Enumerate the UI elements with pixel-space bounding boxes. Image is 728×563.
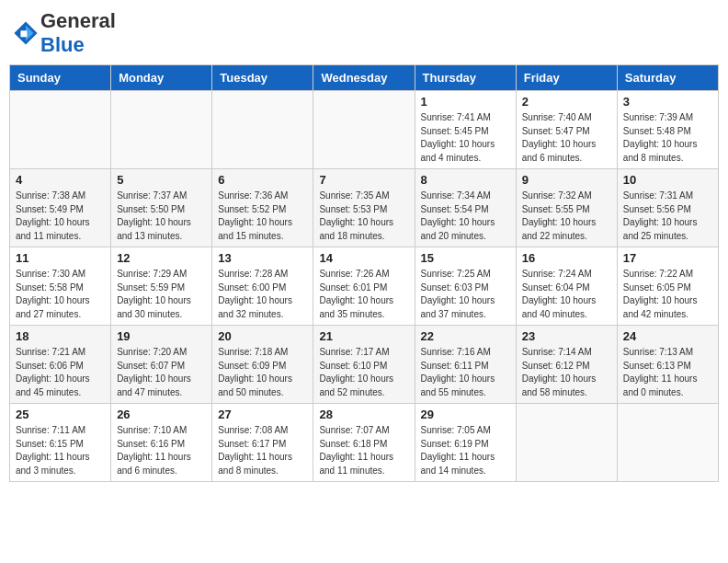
calendar-day-cell: 10Sunrise: 7:31 AM Sunset: 5:56 PM Dayli… [617, 169, 718, 247]
day-number: 11 [16, 251, 105, 265]
calendar-day-cell: 8Sunrise: 7:34 AM Sunset: 5:54 PM Daylig… [415, 169, 516, 247]
day-info: Sunrise: 7:29 AM Sunset: 5:59 PM Dayligh… [117, 268, 206, 321]
day-number: 24 [623, 329, 712, 343]
day-number: 23 [522, 329, 611, 343]
day-info: Sunrise: 7:34 AM Sunset: 5:54 PM Dayligh… [421, 190, 510, 243]
calendar-day-cell: 18Sunrise: 7:21 AM Sunset: 6:06 PM Dayli… [10, 326, 111, 404]
calendar-empty-cell [516, 404, 617, 482]
day-number: 14 [319, 251, 408, 265]
calendar-day-cell: 19Sunrise: 7:20 AM Sunset: 6:07 PM Dayli… [111, 326, 212, 404]
column-header-friday: Friday [516, 65, 617, 91]
column-header-tuesday: Tuesday [212, 65, 313, 91]
day-info: Sunrise: 7:14 AM Sunset: 6:12 PM Dayligh… [522, 346, 611, 399]
day-number: 2 [522, 95, 611, 109]
column-header-wednesday: Wednesday [313, 65, 415, 91]
day-info: Sunrise: 7:10 AM Sunset: 6:16 PM Dayligh… [117, 424, 206, 477]
day-info: Sunrise: 7:22 AM Sunset: 6:05 PM Dayligh… [623, 268, 712, 321]
calendar-day-cell: 23Sunrise: 7:14 AM Sunset: 6:12 PM Dayli… [516, 326, 617, 404]
column-header-thursday: Thursday [415, 65, 516, 91]
logo: General Blue [13, 9, 116, 57]
svg-rect-2 [20, 30, 27, 37]
day-info: Sunrise: 7:21 AM Sunset: 6:06 PM Dayligh… [16, 346, 105, 399]
calendar-empty-cell [617, 404, 718, 482]
calendar-empty-cell [313, 91, 415, 169]
calendar-empty-cell [10, 91, 111, 169]
day-info: Sunrise: 7:07 AM Sunset: 6:18 PM Dayligh… [319, 424, 408, 477]
day-info: Sunrise: 7:08 AM Sunset: 6:17 PM Dayligh… [218, 424, 307, 477]
calendar-day-cell: 3Sunrise: 7:39 AM Sunset: 5:48 PM Daylig… [617, 91, 718, 169]
calendar-day-cell: 27Sunrise: 7:08 AM Sunset: 6:17 PM Dayli… [212, 404, 313, 482]
day-info: Sunrise: 7:30 AM Sunset: 5:58 PM Dayligh… [16, 268, 105, 321]
calendar-day-cell: 15Sunrise: 7:25 AM Sunset: 6:03 PM Dayli… [415, 247, 516, 326]
calendar-week-row: 4Sunrise: 7:38 AM Sunset: 5:49 PM Daylig… [10, 169, 719, 247]
day-number: 7 [319, 173, 408, 187]
calendar-day-cell: 14Sunrise: 7:26 AM Sunset: 6:01 PM Dayli… [313, 247, 415, 326]
day-number: 5 [117, 173, 206, 187]
day-info: Sunrise: 7:40 AM Sunset: 5:47 PM Dayligh… [522, 111, 611, 165]
column-header-saturday: Saturday [617, 65, 718, 91]
day-info: Sunrise: 7:39 AM Sunset: 5:48 PM Dayligh… [623, 111, 712, 165]
calendar-day-cell: 7Sunrise: 7:35 AM Sunset: 5:53 PM Daylig… [313, 169, 415, 247]
day-info: Sunrise: 7:31 AM Sunset: 5:56 PM Dayligh… [623, 190, 712, 243]
day-info: Sunrise: 7:38 AM Sunset: 5:49 PM Dayligh… [16, 190, 105, 243]
calendar-day-cell: 12Sunrise: 7:29 AM Sunset: 5:59 PM Dayli… [111, 247, 212, 326]
day-number: 26 [117, 408, 206, 421]
day-number: 18 [16, 329, 105, 343]
day-info: Sunrise: 7:24 AM Sunset: 6:04 PM Dayligh… [522, 268, 611, 321]
day-info: Sunrise: 7:13 AM Sunset: 6:13 PM Dayligh… [623, 346, 712, 399]
day-number: 3 [623, 95, 712, 109]
day-number: 6 [218, 173, 307, 187]
calendar-day-cell: 25Sunrise: 7:11 AM Sunset: 6:15 PM Dayli… [10, 404, 111, 482]
page-header: General Blue [9, 9, 719, 57]
calendar-day-cell: 9Sunrise: 7:32 AM Sunset: 5:55 PM Daylig… [516, 169, 617, 247]
calendar-day-cell: 1Sunrise: 7:41 AM Sunset: 5:45 PM Daylig… [415, 91, 516, 169]
calendar-day-cell: 2Sunrise: 7:40 AM Sunset: 5:47 PM Daylig… [516, 91, 617, 169]
calendar-week-row: 25Sunrise: 7:11 AM Sunset: 6:15 PM Dayli… [10, 404, 719, 482]
calendar-day-cell: 16Sunrise: 7:24 AM Sunset: 6:04 PM Dayli… [516, 247, 617, 326]
day-number: 4 [16, 173, 105, 187]
logo-blue-text: Blue [40, 33, 85, 56]
calendar-day-cell: 28Sunrise: 7:07 AM Sunset: 6:18 PM Dayli… [313, 404, 415, 482]
day-number: 20 [218, 329, 307, 343]
logo-icon [13, 20, 39, 46]
column-header-monday: Monday [111, 65, 212, 91]
calendar-week-row: 11Sunrise: 7:30 AM Sunset: 5:58 PM Dayli… [10, 247, 719, 326]
day-info: Sunrise: 7:25 AM Sunset: 6:03 PM Dayligh… [421, 268, 510, 321]
calendar-day-cell: 24Sunrise: 7:13 AM Sunset: 6:13 PM Dayli… [617, 326, 718, 404]
day-number: 9 [522, 173, 611, 187]
day-info: Sunrise: 7:05 AM Sunset: 6:19 PM Dayligh… [421, 424, 510, 477]
day-number: 16 [522, 251, 611, 265]
calendar-day-cell: 22Sunrise: 7:16 AM Sunset: 6:11 PM Dayli… [415, 326, 516, 404]
calendar-day-cell: 26Sunrise: 7:10 AM Sunset: 6:16 PM Dayli… [111, 404, 212, 482]
calendar-week-row: 18Sunrise: 7:21 AM Sunset: 6:06 PM Dayli… [10, 326, 719, 404]
day-number: 8 [421, 173, 510, 187]
day-info: Sunrise: 7:36 AM Sunset: 5:52 PM Dayligh… [218, 190, 307, 243]
day-number: 22 [421, 329, 510, 343]
day-number: 21 [319, 329, 408, 343]
logo-general-text: General [40, 9, 116, 32]
calendar-day-cell: 5Sunrise: 7:37 AM Sunset: 5:50 PM Daylig… [111, 169, 212, 247]
calendar-day-cell: 21Sunrise: 7:17 AM Sunset: 6:10 PM Dayli… [313, 326, 415, 404]
day-info: Sunrise: 7:41 AM Sunset: 5:45 PM Dayligh… [421, 111, 510, 165]
day-number: 17 [623, 251, 712, 265]
calendar-day-cell: 6Sunrise: 7:36 AM Sunset: 5:52 PM Daylig… [212, 169, 313, 247]
calendar-header-row: SundayMondayTuesdayWednesdayThursdayFrid… [10, 65, 719, 91]
calendar-day-cell: 29Sunrise: 7:05 AM Sunset: 6:19 PM Dayli… [415, 404, 516, 482]
day-number: 13 [218, 251, 307, 265]
day-info: Sunrise: 7:26 AM Sunset: 6:01 PM Dayligh… [319, 268, 408, 321]
day-info: Sunrise: 7:17 AM Sunset: 6:10 PM Dayligh… [319, 346, 408, 399]
calendar-day-cell: 4Sunrise: 7:38 AM Sunset: 5:49 PM Daylig… [10, 169, 111, 247]
day-number: 25 [16, 408, 105, 421]
day-info: Sunrise: 7:16 AM Sunset: 6:11 PM Dayligh… [421, 346, 510, 399]
day-number: 28 [319, 408, 408, 421]
day-number: 1 [421, 95, 510, 109]
day-number: 15 [421, 251, 510, 265]
day-info: Sunrise: 7:37 AM Sunset: 5:50 PM Dayligh… [117, 190, 206, 243]
day-number: 19 [117, 329, 206, 343]
calendar-day-cell: 17Sunrise: 7:22 AM Sunset: 6:05 PM Dayli… [617, 247, 718, 326]
day-info: Sunrise: 7:20 AM Sunset: 6:07 PM Dayligh… [117, 346, 206, 399]
day-info: Sunrise: 7:32 AM Sunset: 5:55 PM Dayligh… [522, 190, 611, 243]
day-info: Sunrise: 7:35 AM Sunset: 5:53 PM Dayligh… [319, 190, 408, 243]
calendar-empty-cell [111, 91, 212, 169]
calendar-day-cell: 13Sunrise: 7:28 AM Sunset: 6:00 PM Dayli… [212, 247, 313, 326]
